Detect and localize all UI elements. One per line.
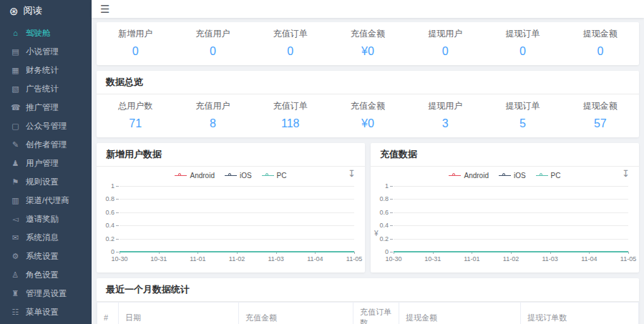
stat-label: 提现金额 [562, 28, 639, 40]
stat-label: 充值订单 [252, 100, 329, 112]
stat-label: 充值用户 [174, 28, 251, 40]
table-column-header: 提现订单数 [521, 303, 639, 324]
stat-cell: 提现用户0 [406, 28, 484, 58]
legend-label: PC [551, 172, 561, 180]
app-logo: ⊛ 阅读 [0, 0, 92, 21]
sidebar-item-label: 系统设置 [26, 251, 59, 262]
series-line [119, 251, 354, 252]
table-column-header: 充值金额 [239, 303, 353, 324]
stat-cell: 充值用户8 [174, 100, 251, 130]
stat-value: 0 [406, 45, 484, 58]
stat-value: 0 [484, 45, 561, 58]
sidebar-item-label: 角色设置 [26, 270, 59, 280]
sidebar-item-creator-management[interactable]: ✎创作者管理 [0, 135, 92, 154]
overview-title: 数据总览 [97, 71, 639, 94]
content: 新增用户0充值用户0充值订单0充值金额¥0提现用户0提现订单0提现金额0 数据总… [92, 18, 644, 324]
legend-item-ios[interactable]: iOS [225, 172, 252, 180]
sidebar-item-admin-settings[interactable]: ♜管理员设置 [0, 284, 92, 303]
stat-value: 0 [562, 45, 639, 58]
sidebar-item-label: 用户管理 [26, 158, 59, 169]
legend-marker-icon [262, 173, 274, 177]
table-header-row: #日期充值金额充值订单数提现金额提现订单数 [97, 303, 639, 324]
overview-stats-row: 总用户数71充值用户8充值订单118充值金额¥0提现用户3提现订单5提现金额57 [97, 94, 639, 137]
sidebar-item-rule-settings[interactable]: ⚑规则设置 [0, 172, 92, 191]
home-icon: ⌂ [11, 29, 20, 37]
y-axis-tick-label: 0 [385, 248, 389, 255]
x-axis-tick-label: 11-01 [464, 255, 479, 262]
logo-icon: ⊛ [9, 6, 19, 16]
admin-icon: ♜ [11, 290, 20, 298]
x-axis-tick-label: 10-30 [111, 255, 127, 262]
stat-cell: 提现订单0 [484, 28, 561, 58]
stat-cell: 充值金额¥0 [329, 100, 406, 130]
sidebar-item-promotion-management[interactable]: ☎推广管理 [0, 98, 92, 117]
legend-item-pc[interactable]: PC [536, 172, 561, 180]
recharge-chart-panel: 充值数据 AndroidiOSPC ↧ 00.20.40.60.8110-301… [371, 143, 639, 273]
y-axis-tick [390, 239, 393, 240]
table-column-header: 提现金额 [399, 303, 521, 324]
legend-marker-dot [540, 173, 542, 176]
sidebar-item-invite-reward[interactable]: ◅邀请奖励 [0, 210, 92, 228]
table-column-header: 日期 [119, 303, 239, 324]
today-stats-card: 新增用户0充值用户0充值订单0充值金额¥0提现用户0提现订单0提现金额0 [97, 22, 639, 65]
legend-marker-dot [265, 173, 268, 176]
gridline [119, 199, 354, 200]
ad-icon: ▧ [11, 85, 20, 93]
gridline [119, 212, 354, 213]
stat-cell: 充值用户0 [174, 28, 251, 58]
legend-item-android[interactable]: Android [449, 172, 488, 180]
y-axis-tick [390, 212, 393, 213]
sidebar-item-label: 驾驶舱 [26, 28, 51, 39]
y-axis-name: ¥ [374, 230, 379, 237]
y-axis-tick-label: 0.2 [379, 235, 389, 242]
y-axis-tick [390, 186, 393, 187]
stat-value: 118 [252, 117, 329, 130]
legend-item-android[interactable]: Android [175, 172, 214, 180]
sidebar-item-novel-management[interactable]: ▤小说管理 [0, 42, 92, 61]
chart-plot-area[interactable]: 00.20.40.60.8110-3010-3111-0111-0211-031… [119, 186, 354, 252]
sidebar-item-official-account-management[interactable]: ▢公众号管理 [0, 117, 92, 135]
sidebar-item-channel-agent[interactable]: ▥渠道/代理商 [0, 191, 92, 210]
rule-icon: ⚑ [11, 178, 20, 186]
stat-cell: 提现订单5 [484, 100, 561, 130]
x-axis-tick-label: 11-05 [346, 255, 362, 262]
hamburger-icon[interactable]: ☰ [100, 4, 109, 14]
stat-label: 提现金额 [562, 100, 639, 112]
legend-label: Android [190, 172, 214, 180]
download-icon[interactable]: ↧ [348, 169, 356, 178]
stat-label: 充值金额 [329, 100, 406, 112]
x-axis-tick-label: 11-01 [190, 255, 205, 262]
y-axis-tick-label: 0.4 [379, 222, 389, 229]
x-axis-tick [628, 252, 629, 254]
sidebar-item-menu-settings[interactable]: ☷菜单设置 [0, 303, 92, 321]
sidebar-item-finance-stats[interactable]: ▦财务统计 [0, 61, 92, 79]
new-users-chart-panel: 新增用户数据 AndroidiOSPC ↧ 00.20.40.60.8110-3… [97, 143, 365, 273]
legend-item-ios[interactable]: iOS [499, 172, 526, 180]
sidebar-item-system-settings[interactable]: ⚙系统设置 [0, 247, 92, 265]
phone-icon: ☎ [11, 104, 20, 112]
stat-value: 57 [562, 117, 639, 130]
download-icon[interactable]: ↧ [622, 169, 630, 178]
chart-legend: AndroidiOSPC ↧ [97, 167, 365, 184]
stat-value: 71 [97, 117, 174, 130]
stat-value: 0 [252, 45, 329, 58]
stat-value: 0 [97, 45, 174, 58]
sidebar-item-label: 管理员设置 [26, 288, 67, 299]
stat-label: 新增用户 [97, 28, 174, 40]
sidebar-item-ad-stats[interactable]: ▧广告统计 [0, 79, 92, 98]
chart-plot-area[interactable]: 00.20.40.60.8110-3010-3111-0111-0211-031… [394, 186, 628, 252]
stat-label: 提现用户 [406, 100, 484, 112]
x-axis-tick-label: 11-04 [307, 255, 323, 262]
sidebar-item-user-management[interactable]: ♟用户管理 [0, 154, 92, 172]
x-axis-tick-label: 11-05 [620, 255, 636, 262]
sidebar-item-label: 系统消息 [26, 232, 59, 243]
logo-text: 阅读 [24, 4, 42, 17]
sidebar-item-role-settings[interactable]: ♙角色设置 [0, 265, 92, 284]
y-axis-tick-label: 0.4 [105, 222, 114, 229]
sidebar-item-dashboard[interactable]: ⌂驾驶舱 [0, 24, 92, 42]
legend-item-pc[interactable]: PC [262, 172, 287, 180]
sidebar-item-label: 推广管理 [26, 102, 59, 113]
sidebar-item-system-message[interactable]: ✉系统消息 [0, 228, 92, 247]
legend-marker-icon [225, 173, 237, 177]
sidebar-item-label: 规则设置 [26, 177, 59, 187]
